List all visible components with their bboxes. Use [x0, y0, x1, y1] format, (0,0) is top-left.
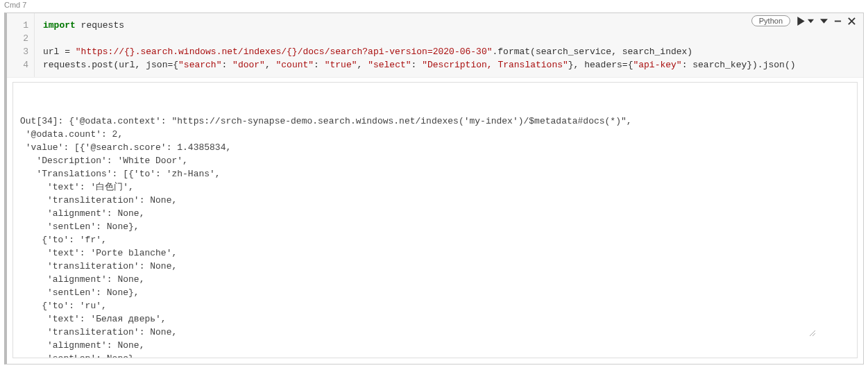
output-line: {'to': 'ru',	[20, 299, 850, 312]
output-line: 'text': '白色门',	[20, 181, 850, 194]
cell-container: Python 1234 import requests url = "https…	[4, 12, 864, 365]
output-line: 'sentLen': None},	[20, 220, 850, 233]
resize-handle-icon[interactable]	[808, 309, 854, 356]
run-icon[interactable]	[797, 17, 806, 26]
language-pill[interactable]: Python	[751, 15, 790, 26]
output-area: Out[34]: {'@odata.context': "https://src…	[12, 82, 858, 358]
cell-toolbar: Python	[751, 15, 856, 26]
output-line: 'alignment': None,	[20, 273, 850, 286]
svg-marker-0	[797, 17, 804, 26]
output-line: 'sentLen': None},	[20, 352, 850, 358]
output-line: '@odata.count': 2,	[20, 128, 850, 141]
output-line: 'transliteration': None,	[20, 326, 850, 339]
svg-line-7	[812, 333, 815, 336]
code-editor[interactable]: import requests url = "https://{}.search…	[35, 13, 863, 77]
output-line: 'transliteration': None,	[20, 194, 850, 207]
code-line: url = "https://{}.search.windows.net/ind…	[43, 45, 855, 58]
output-line: 'transliteration': None,	[20, 260, 850, 273]
output-line: Out[34]: {'@odata.context': "https://src…	[20, 115, 850, 128]
svg-marker-1	[808, 19, 814, 22]
code-line: import requests	[43, 19, 855, 32]
output-line: {'to': 'fr',	[20, 233, 850, 246]
svg-marker-2	[820, 19, 828, 24]
svg-line-6	[810, 330, 815, 336]
line-gutter: 1234	[7, 13, 35, 77]
dropdown-caret-icon[interactable]	[808, 18, 814, 24]
output-line: 'sentLen': None},	[20, 286, 850, 299]
collapse-icon[interactable]	[820, 17, 828, 25]
minimize-icon[interactable]	[834, 17, 842, 25]
code-input-area[interactable]: 1234 import requests url = "https://{}.s…	[7, 13, 863, 78]
output-line: 'Translations': [{'to': 'zh-Hans',	[20, 167, 850, 181]
output-line: 'text': 'Porte blanche',	[20, 246, 850, 260]
output-line: 'Description': 'White Door',	[20, 154, 850, 167]
svg-rect-3	[835, 20, 841, 22]
close-icon[interactable]	[848, 17, 856, 25]
output-line: 'value': [{'@search.score': 1.4385834,	[20, 141, 850, 154]
output-line: 'alignment': None,	[20, 207, 850, 220]
code-line	[43, 32, 855, 45]
code-line: requests.post(url, json={"search": "door…	[43, 58, 855, 72]
output-line: 'alignment': None,	[20, 339, 850, 352]
output-line: 'text': 'Белая дверь',	[20, 312, 850, 326]
cell-label: Cmd 7	[0, 0, 868, 10]
